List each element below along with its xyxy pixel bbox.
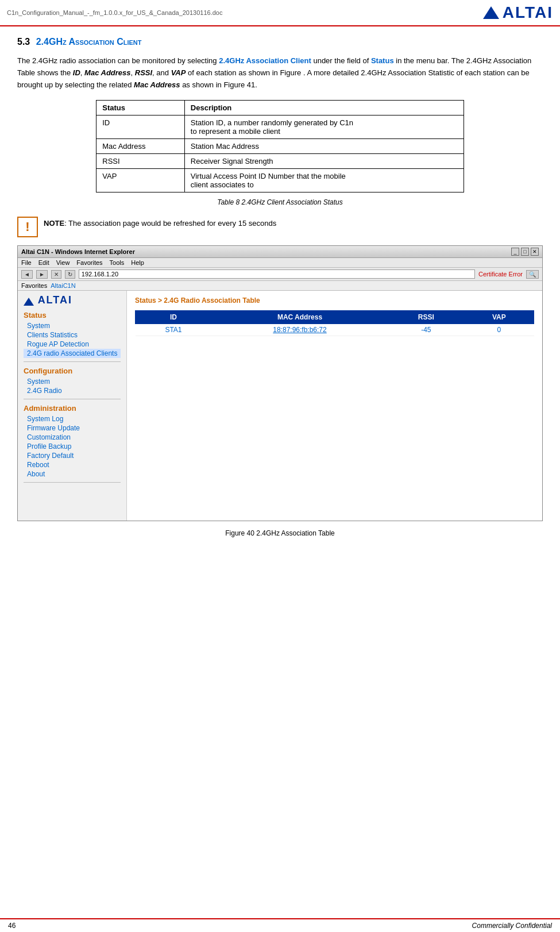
sidebar-item-profile-backup[interactable]: Profile Backup [24, 442, 121, 451]
menu-help[interactable]: Help [131, 259, 144, 266]
confidential-label: Commercially Confidential [472, 922, 552, 930]
status-cell: Mac Address [96, 139, 185, 154]
assoc-col-id: ID [136, 311, 212, 324]
browser-controls[interactable]: _ □ ✕ [511, 248, 539, 256]
browser-toolbar: ◄ ► ✕ ↻ Certificate Error 🔍 [18, 268, 542, 281]
browser-titlebar: Altai C1N - Windows Internet Explorer _ … [18, 246, 542, 258]
status-cell: ID [96, 115, 185, 139]
note-block: ! NOTE: The association page would be re… [17, 217, 543, 237]
table-row: VAP Virtual Access Point ID Number that … [96, 169, 464, 192]
section-title: 2.4GHz Association Client [36, 37, 142, 47]
logo-text: ALTAI [503, 3, 553, 22]
sidebar-item-firmware-update[interactable]: Firmware Update [24, 423, 121, 433]
sidebar-logo-triangle-icon [24, 298, 34, 306]
browser-favorites-bar: Favorites AltaiC1N [18, 281, 542, 291]
minimize-button[interactable]: _ [511, 248, 519, 256]
page-content: 5.3 2.4GHz Association Client The 2.4GHz… [0, 26, 560, 559]
sidebar-divider-2 [24, 399, 121, 399]
sidebar-item-system[interactable]: System [24, 321, 121, 330]
sidebar-section-configuration: Configuration [24, 367, 121, 375]
address-bar[interactable] [79, 269, 475, 279]
sidebar-divider-3 [24, 482, 121, 483]
breadcrumb: Status > 2.4G Radio Association Table [135, 296, 534, 305]
assoc-cell-vap: 0 [464, 324, 534, 336]
inline-vap: VAP [171, 68, 186, 77]
table-row: Mac Address Station Mac Address [96, 139, 464, 154]
description-cell: Receiver Signal Strength [184, 154, 464, 169]
browser-sidebar: ALTAI Status System Clients Statistics R… [18, 291, 127, 521]
menu-tools[interactable]: Tools [110, 259, 125, 266]
page-header: C1n_Configuration_Manual_-_fm_1.0.0.x_fo… [0, 0, 560, 26]
sidebar-item-factory-default[interactable]: Factory Default [24, 451, 121, 460]
browser-window: Altai C1N - Windows Internet Explorer _ … [17, 245, 543, 521]
body-paragraph-1: The 2.4GHz radio association can be moni… [17, 55, 543, 91]
browser-title: Altai C1N - Windows Internet Explorer [21, 248, 135, 255]
assoc-col-vap: VAP [464, 311, 534, 324]
forward-button[interactable]: ► [36, 270, 48, 279]
sidebar-item-rogue-ap[interactable]: Rogue AP Detection [24, 340, 121, 349]
assoc-col-mac: MAC Address [211, 311, 388, 324]
page-footer: 46 Commercially Confidential [0, 918, 560, 932]
refresh-button[interactable]: ↻ [65, 270, 75, 279]
sidebar-item-customization[interactable]: Customization [24, 433, 121, 442]
stop-button[interactable]: ✕ [51, 270, 61, 279]
favorites-link-altai[interactable]: AltaiC1N [51, 282, 75, 289]
assoc-cell-id: STA1 [136, 324, 212, 336]
table-caption: Table 8 2.4GHz Client Association Status [17, 198, 543, 206]
sidebar-item-clients-statistics[interactable]: Clients Statistics [24, 330, 121, 340]
col-header-status: Status [96, 101, 185, 115]
inline-link-status: Status [371, 56, 394, 65]
sidebar-item-system-log[interactable]: System Log [24, 414, 121, 423]
assoc-cell-mac[interactable]: 18:87:96:fb:b6:72 [211, 324, 388, 336]
col-header-description: Description [184, 101, 464, 115]
sidebar-item-24g-associated-clients[interactable]: 2.4G radio Associated Clients [24, 349, 121, 358]
table-row: ID Station ID, a number randomly generat… [96, 115, 464, 139]
sidebar-divider-1 [24, 361, 121, 362]
sidebar-item-about[interactable]: About [24, 469, 121, 479]
menu-favorites[interactable]: Favorites [76, 259, 102, 266]
inline-rssi: RSSI [135, 68, 152, 77]
browser-menubar: File Edit View Favorites Tools Help [18, 258, 542, 268]
main-panel: Status > 2.4G Radio Association Table ID… [127, 291, 542, 521]
description-cell: Virtual Access Point ID Number that the … [184, 169, 464, 192]
note-text: NOTE: The association page would be refr… [44, 217, 276, 228]
section-number: 5.3 [17, 37, 30, 47]
status-description-table: Status Description ID Station ID, a numb… [96, 100, 464, 192]
assoc-col-rssi: RSSI [388, 311, 465, 324]
sidebar-logo-text: ALTAI [38, 294, 72, 306]
inline-id: ID [73, 68, 80, 77]
search-button[interactable]: 🔍 [526, 270, 539, 279]
logo-triangle-icon [483, 6, 499, 19]
inline-link-assoc-client: 2.4GHz Association Client [219, 56, 311, 65]
status-cell: RSSI [96, 154, 185, 169]
status-cell: VAP [96, 169, 185, 192]
menu-edit[interactable]: Edit [38, 259, 49, 266]
inline-mac: Mac Address [84, 68, 130, 77]
table-row: RSSI Receiver Signal Strength [96, 154, 464, 169]
menu-file[interactable]: File [21, 259, 32, 266]
sidebar-item-reboot[interactable]: Reboot [24, 460, 121, 469]
browser-content: ALTAI Status System Clients Statistics R… [18, 291, 542, 521]
inline-mac-2: Mac Address [134, 80, 180, 89]
section-heading: 5.3 2.4GHz Association Client [17, 37, 543, 47]
assoc-cell-rssi: -45 [388, 324, 465, 336]
sidebar-item-config-system[interactable]: System [24, 377, 121, 386]
warning-icon: ! [17, 217, 38, 237]
maximize-button[interactable]: □ [521, 248, 529, 256]
description-cell: Station Mac Address [184, 139, 464, 154]
description-cell: Station ID, a number randomly generated … [184, 115, 464, 139]
note-label: NOTE [44, 219, 64, 228]
association-table: ID MAC Address RSSI VAP STA1 18:87:96:fb… [135, 310, 534, 336]
sidebar-logo: ALTAI [24, 294, 121, 306]
sidebar-section-administration: Administration [24, 404, 121, 413]
back-button[interactable]: ◄ [21, 270, 33, 279]
sidebar-item-24g-radio[interactable]: 2.4G Radio [24, 386, 121, 395]
doc-title: C1n_Configuration_Manual_-_fm_1.0.0.x_fo… [7, 9, 223, 16]
certificate-error: Certificate Error [478, 271, 523, 278]
close-button[interactable]: ✕ [531, 248, 539, 256]
sidebar-section-status: Status [24, 311, 121, 319]
table-row: STA1 18:87:96:fb:b6:72 -45 0 [136, 324, 534, 336]
header-logo: ALTAI [483, 3, 553, 22]
menu-view[interactable]: View [56, 259, 70, 266]
page-number: 46 [8, 922, 16, 930]
